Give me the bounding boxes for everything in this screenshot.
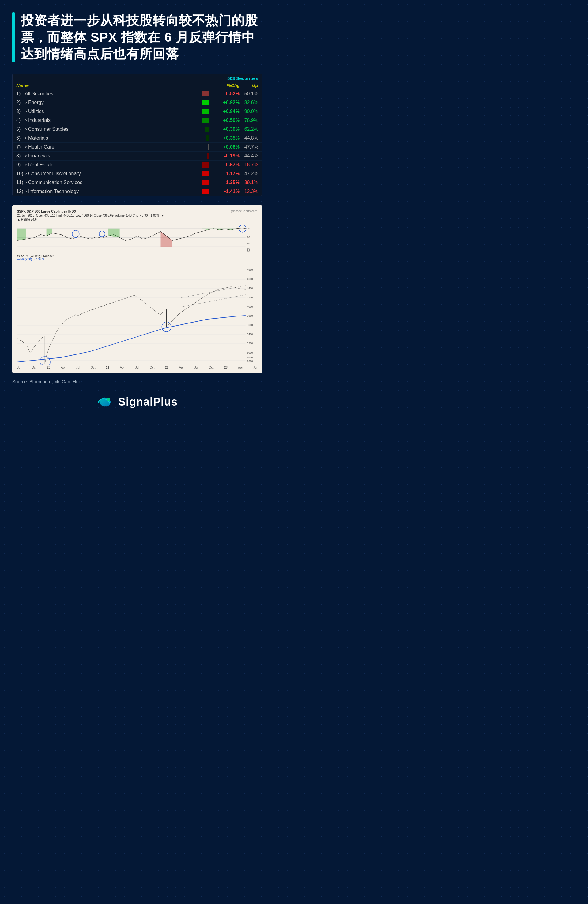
svg-point-9 [99,231,105,237]
spx-chart: $SPX S&P 500 Large Cap Index INDX @Stock… [12,205,262,373]
svg-text:2600: 2600 [247,360,253,363]
svg-text:4600: 4600 [247,278,253,281]
table-row: 10) > Consumer Discretionary -1.17% 47.2… [13,169,262,178]
svg-point-8 [72,230,79,238]
color-indicator [208,144,209,150]
rsi-label: ▲ RSI(5) 74.6 [17,218,257,221]
svg-text:4000: 4000 [247,305,253,308]
row-up-pct: 16.7% [240,162,258,168]
row-pct-chg: +0.92% [212,100,240,105]
row-up-pct: 90.0% [240,109,258,114]
row-up-pct: 12.3% [240,189,258,194]
color-indicator [202,118,209,123]
securities-table: 503 Securities Name %Chg Up 1) All Secur… [12,74,262,196]
price-label: W $SPX (Weekly) 4365.69 [17,254,54,258]
svg-point-50 [107,398,110,401]
color-indicator [207,153,209,159]
color-indicator [205,126,209,132]
table-row: 9) > Real Estate -0.57% 16.7% [13,161,262,169]
row-pct-chg: +0.39% [212,126,240,132]
svg-text:10: 10 [247,250,250,253]
row-up-pct: 47.2% [240,171,258,177]
row-pct-chg: -0.52% [212,91,240,96]
row-name: 7) > Health Care [16,144,205,150]
svg-text:3600: 3600 [247,324,253,327]
chart-date-ohlcv: 21-Jun-2023 Open 4386.11 High 4400.15 Lo… [17,214,257,217]
svg-text:3400: 3400 [247,333,253,336]
table-row: 12) > Information Technology -1.41% 12.3… [13,187,262,196]
col-header-name: Name [16,83,212,88]
page-title: 投资者进一步从科技股转向较不热门的股票，而整体 SPX 指数在 6 月反弹行情中… [21,12,262,63]
svg-text:3000: 3000 [247,351,253,354]
table-row: 2) > Energy +0.92% 82.6% [13,98,262,107]
row-name: 2) > Energy [16,100,199,105]
securities-count: 503 Securities [227,76,258,81]
chart-legend: W $SPX (Weekly) 4365.69 —MA(200) 3819.89 [17,254,257,261]
row-pct-chg: -1.41% [212,189,240,194]
svg-text:90: 90 [247,227,250,230]
title-bar-accent [12,12,15,63]
row-up-pct: 44.8% [240,135,258,141]
main-chart-svg: 3/4 4800 4600 4400 4200 4000 3800 3600 3… [17,261,257,365]
svg-text:3200: 3200 [247,342,253,345]
row-name: 4) > Industrials [16,118,199,123]
svg-text:3800: 3800 [247,314,253,318]
signalplus-logo-icon [97,395,114,409]
logo-section: SignalPlus [12,395,262,415]
table-row: 4) > Industrials +0.59% 78.9% [13,116,262,125]
rsi-panel: 90 70 50 30 10 [17,223,257,253]
svg-marker-5 [108,229,119,238]
table-row: 11) > Communication Services -1.35% 39.1… [13,178,262,187]
chart-date: 21-Jun-2023 [17,214,34,217]
svg-text:4200: 4200 [247,296,253,299]
row-name: 11) > Communication Services [16,180,199,185]
chart-ticker: $SPX S&P 500 Large Cap Index INDX [17,210,76,213]
color-indicator [202,91,209,96]
row-name: 6) > Materials [16,135,203,141]
color-indicator [206,135,209,141]
table-row: 1) All Securities -0.52% 50.1% [13,89,262,98]
main-chart-panel: 3/4 4800 4600 4400 4200 4000 3800 3600 3… [17,261,257,365]
row-name: 10) > Consumer Discretionary [16,171,199,177]
table-count-row: 503 Securities [13,74,262,82]
source-attribution: Source: Bloomberg, Mr. Cam Hui [12,379,262,384]
row-name: 8) > Financials [16,153,204,159]
row-up-pct: 78.9% [240,118,258,123]
svg-marker-3 [17,229,26,241]
color-indicator [202,171,209,177]
table-row: 6) > Materials +0.35% 44.8% [13,134,262,143]
color-indicator [202,180,209,185]
svg-text:3/4: 3/4 [40,363,44,365]
row-pct-chg: -1.17% [212,171,240,177]
svg-text:4800: 4800 [247,268,253,272]
table-row: 8) > Financials -0.19% 44.4% [13,152,262,161]
chart-title-row: $SPX S&P 500 Large Cap Index INDX @Stock… [17,210,257,213]
row-up-pct: 82.6% [240,100,258,105]
logo-name: SignalPlus [118,395,178,408]
row-name: 9) > Real Estate [16,162,199,168]
row-name: 1) All Securities [16,91,199,96]
row-pct-chg: +0.35% [212,135,240,141]
row-up-pct: 44.4% [240,153,258,159]
color-indicator [202,189,209,194]
ma-label: —MA(200) 3819.89 [17,258,44,261]
svg-line-32 [181,295,245,307]
color-indicator [202,162,209,168]
rsi-svg: 90 70 50 30 10 [17,223,257,253]
row-name: 3) > Utilities [16,109,199,114]
chart-ohlcv: Open 4386.11 High 4400.15 Low 4360.14 Cl… [36,214,164,217]
svg-marker-4 [47,229,52,236]
chart-watermark: @StockCharts.com [231,210,257,213]
color-indicator [202,109,209,114]
row-name: 12) > Information Technology [16,189,199,194]
svg-text:2800: 2800 [247,356,253,359]
svg-text:4400: 4400 [247,287,253,290]
table-column-headers: Name %Chg Up [13,82,262,89]
row-up-pct: 39.1% [240,180,258,185]
col-header-pctchg: %Chg [212,83,240,88]
row-pct-chg: +0.84% [212,109,240,114]
row-name: 5) > Consumer Staples [16,126,202,132]
row-up-pct: 50.1% [240,91,258,96]
table-row: 7) > Health Care +0.06% 47.7% [13,143,262,152]
table-row: 5) > Consumer Staples +0.39% 62.2% [13,125,262,134]
